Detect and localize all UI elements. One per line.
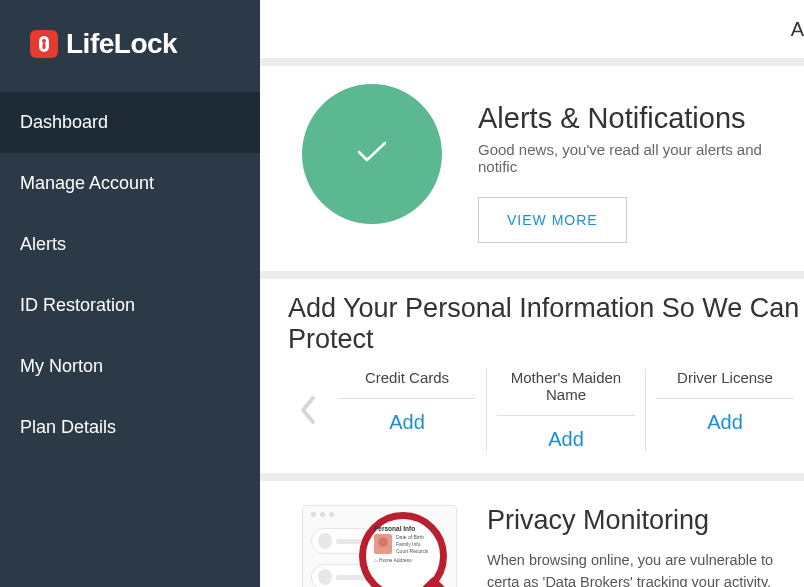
alerts-content: Alerts & Notifications Good news, you've… [478,84,780,243]
add-link-credit-cards[interactable]: Add [338,399,476,434]
privacy-body: When browsing online, you are vulnerable… [487,550,780,587]
top-bar: A [260,0,804,58]
personal-info-carousel: Credit Cards Add Mother's Maiden Name Ad… [288,369,804,451]
personal-info-card: Add Your Personal Information So We Can … [260,279,804,473]
magnifier-header: Personal Info [374,525,432,532]
nav-item-plan-details[interactable]: Plan Details [0,397,260,458]
status-circle [302,84,442,224]
info-item-credit-cards: Credit Cards Add [328,369,487,451]
nav-item-my-norton[interactable]: My Norton [0,336,260,397]
info-item-label: Mother's Maiden Name [497,369,635,416]
nav-item-dashboard[interactable]: Dashboard [0,92,260,153]
svg-rect-2 [43,43,46,49]
view-more-button[interactable]: VIEW MORE [478,197,627,243]
chevron-left-icon[interactable] [288,395,328,425]
info-item-driver-license: Driver License Add [646,369,804,451]
personal-info-title: Add Your Personal Information So We Can … [288,293,804,355]
add-link-mothers-maiden-name[interactable]: Add [497,416,635,451]
privacy-content: Privacy Monitoring When browsing online,… [487,505,780,587]
main-content: A Alerts & Notifications Good news, you'… [260,0,804,587]
nav: Dashboard Manage Account Alerts ID Resto… [0,92,260,458]
sidebar: LifeLock Dashboard Manage Account Alerts… [0,0,260,587]
info-item-label: Driver License [656,369,794,399]
brand-name: LifeLock [66,28,177,60]
alerts-subtitle: Good news, you've read all your alerts a… [478,141,780,175]
add-link-driver-license[interactable]: Add [656,399,794,434]
privacy-title: Privacy Monitoring [487,505,780,536]
magnifier-icon: Personal Info Date of Birth Family Info … [359,512,447,587]
alerts-title: Alerts & Notifications [478,102,780,135]
nav-item-id-restoration[interactable]: ID Restoration [0,275,260,336]
privacy-illustration: Personal Info Date of Birth Family Info … [302,505,457,587]
checkmark-icon [356,140,388,168]
top-bar-partial: A [791,18,804,41]
nav-item-alerts[interactable]: Alerts [0,214,260,275]
alerts-card: Alerts & Notifications Good news, you've… [260,66,804,271]
privacy-card: Personal Info Date of Birth Family Info … [260,481,804,587]
personal-info-items: Credit Cards Add Mother's Maiden Name Ad… [328,369,804,451]
brand-logo: LifeLock [0,0,260,82]
info-item-mothers-maiden-name: Mother's Maiden Name Add [487,369,646,451]
lifelock-icon [30,30,58,58]
info-item-label: Credit Cards [338,369,476,399]
home-icon: ⌂ [374,557,377,563]
svg-point-1 [42,39,46,43]
nav-item-manage-account[interactable]: Manage Account [0,153,260,214]
